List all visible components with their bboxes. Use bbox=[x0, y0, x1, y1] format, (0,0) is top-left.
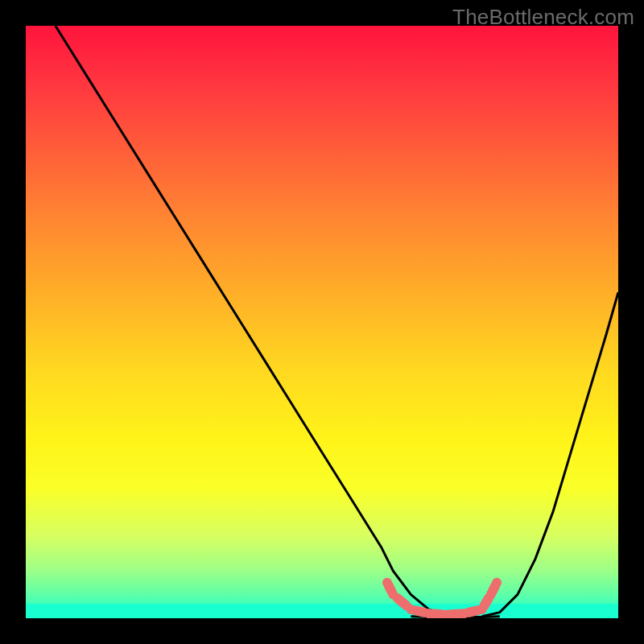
valley-dot bbox=[492, 578, 502, 588]
valley-dot-segment bbox=[415, 610, 424, 613]
valley-dot bbox=[460, 609, 469, 618]
valley-dot bbox=[477, 605, 487, 614]
valley-dot bbox=[388, 590, 398, 600]
valley-dot bbox=[486, 590, 496, 600]
valley-dot-segment bbox=[451, 613, 460, 614]
valley-dot bbox=[406, 605, 415, 614]
valley-dot-segment bbox=[484, 598, 489, 605]
chart-svg bbox=[26, 26, 618, 618]
valley-dot bbox=[382, 578, 392, 588]
valley-dot-segment bbox=[398, 598, 407, 605]
left-curve bbox=[56, 26, 447, 617]
valley-dot-segment bbox=[433, 613, 442, 614]
valley-dot-segment bbox=[469, 610, 477, 613]
valley-dot bbox=[423, 609, 433, 618]
valley-dots bbox=[382, 578, 502, 618]
right-curve bbox=[482, 292, 618, 617]
watermark-text: TheBottleneck.com bbox=[452, 5, 634, 30]
